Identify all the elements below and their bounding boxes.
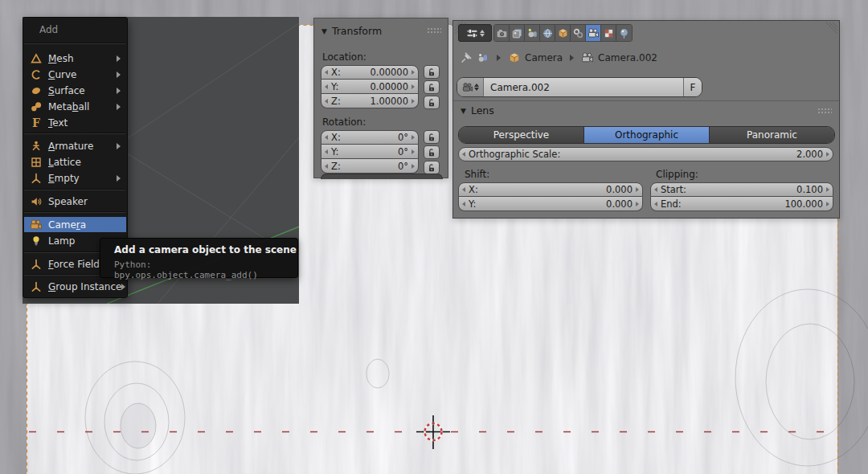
breadcrumb-arrow-icon: [570, 55, 574, 61]
datablock-name-row: Camera.002 F: [457, 77, 702, 97]
rotation-z-field[interactable]: Z: 0°: [321, 159, 419, 174]
menu-item-armature[interactable]: Armature: [24, 138, 126, 153]
lock-rotation-y-button[interactable]: [424, 145, 440, 159]
camera-data-icon[interactable]: [581, 51, 594, 64]
editor-type-selector[interactable]: [458, 24, 492, 42]
tab-object[interactable]: [555, 25, 571, 41]
lock-rotation-z-button[interactable]: [424, 161, 440, 174]
datablock-name-field[interactable]: Camera.002: [484, 78, 683, 96]
panel-drag-grip[interactable]: [427, 27, 441, 34]
increment-arrow-icon: [826, 187, 829, 192]
pin-icon[interactable]: [460, 51, 473, 64]
location-label: Location:: [322, 51, 366, 63]
location-y-field[interactable]: Y: 0.00000: [321, 80, 419, 94]
menu-item-label: Curve: [48, 69, 117, 80]
increment-arrow-icon: [411, 135, 415, 140]
increment-arrow-icon: [636, 202, 639, 206]
shift-x-field[interactable]: X: 0.000: [458, 182, 643, 197]
menu-item-mesh[interactable]: Mesh: [24, 51, 126, 66]
unlock-icon: [427, 67, 436, 77]
tab-render-layers[interactable]: [510, 25, 525, 41]
submenu-arrow-icon: [117, 88, 121, 94]
decrement-arrow-icon: [325, 135, 328, 140]
tab-world[interactable]: [540, 25, 555, 41]
perspective-button[interactable]: Perspective: [459, 127, 584, 143]
rotation-lock-column: [424, 130, 440, 176]
chevron-up-icon: [474, 84, 479, 87]
tab-physics[interactable]: [616, 25, 632, 41]
menu-item-lattice[interactable]: Lattice: [24, 154, 126, 170]
lock-rotation-x-button[interactable]: [424, 130, 440, 144]
menu-item-empty[interactable]: Empty: [24, 170, 126, 186]
clipping-label: Clipping:: [656, 169, 698, 180]
increment-arrow-icon: [411, 149, 415, 154]
decrement-arrow-icon: [325, 149, 328, 154]
lock-location-x-button[interactable]: [424, 65, 440, 79]
tab-camera-data[interactable]: [586, 25, 601, 41]
panoramic-button[interactable]: Panoramic: [710, 127, 834, 143]
properties-tabbar: [493, 24, 633, 42]
chevron-up-icon: [480, 30, 485, 33]
properties-editor: Camera Camera.002 Camera.002 F ▼ Lens Pe…: [452, 20, 840, 219]
menu-item-label: Group Instance: [48, 281, 121, 292]
menu-item-surface[interactable]: Surface: [24, 83, 126, 98]
tab-constraints[interactable]: [571, 25, 586, 41]
scene-icon: [526, 27, 538, 39]
world-icon: [542, 27, 554, 39]
object-data-icon[interactable]: [477, 51, 489, 64]
menu-item-curve[interactable]: Curve: [24, 67, 126, 82]
collapse-arrow-icon[interactable]: ▼: [461, 107, 466, 115]
menu-item-group-instance[interactable]: Group Instance: [24, 279, 126, 294]
ortho-scale-field[interactable]: Orthographic Scale: 2.000: [458, 147, 833, 161]
unlock-icon: [427, 98, 436, 108]
tab-texture[interactable]: [601, 25, 616, 41]
camera-data-icon: [588, 27, 600, 39]
decrement-arrow-icon: [325, 70, 328, 75]
constraints-icon: [572, 27, 584, 39]
breadcrumb-data-name[interactable]: Camera.002: [598, 52, 657, 63]
lock-location-y-button[interactable]: [424, 80, 440, 94]
breadcrumb: Camera Camera.002: [460, 50, 657, 66]
rotation-label: Rotation:: [322, 116, 366, 128]
tab-scene[interactable]: [525, 25, 540, 41]
datablock-type-button[interactable]: [457, 78, 484, 96]
speaker-icon: [30, 195, 43, 208]
rotation-x-field[interactable]: X: 0°: [321, 130, 419, 145]
location-x-field[interactable]: X: 0.00000: [321, 65, 419, 80]
chevron-down-icon: [480, 34, 485, 37]
lens-panel-title: Lens: [471, 104, 494, 116]
location-z-field[interactable]: Z: 1.00000: [321, 94, 419, 108]
mesh-icon: [30, 52, 43, 65]
menu-item-camera[interactable]: Camera: [24, 217, 126, 232]
lens-type-buttons: Perspective Orthographic Panoramic: [458, 126, 835, 144]
submenu-arrow-icon: [117, 72, 121, 78]
menu-item-speaker[interactable]: Speaker: [24, 194, 126, 209]
panel-drag-grip[interactable]: [817, 108, 832, 114]
menu-item-label: Metaball: [48, 101, 117, 112]
next-widget-partial: [321, 174, 443, 179]
curve-icon: [30, 68, 43, 81]
menu-separator: [24, 43, 125, 44]
rotation-y-field[interactable]: Y: 0°: [321, 145, 419, 159]
submenu-arrow-icon: [117, 104, 121, 110]
menu-item-text[interactable]: F Text: [24, 115, 126, 130]
transform-panel: ▼ Transform Location: X: 0.00000 Y: 0.00…: [313, 18, 448, 178]
collapse-arrow-icon[interactable]: ▼: [321, 27, 327, 35]
increment-arrow-icon: [411, 70, 415, 75]
object-cube-icon[interactable]: [508, 51, 521, 64]
rotation-fields-group: X: 0° Y: 0° Z: 0°: [321, 130, 419, 174]
location-lock-column: [424, 65, 440, 111]
lock-location-z-button[interactable]: [424, 96, 440, 109]
orthographic-button[interactable]: Orthographic: [584, 127, 710, 143]
fake-user-button[interactable]: F: [683, 78, 702, 96]
transform-panel-title: Transform: [332, 25, 382, 37]
clip-start-field[interactable]: Start: 0.100: [650, 182, 833, 197]
menu-item-metaball[interactable]: Metaball: [24, 99, 126, 114]
shift-y-field[interactable]: Y: 0.000: [458, 197, 643, 211]
corner-grip-icon[interactable]: [826, 22, 837, 34]
breadcrumb-object-name[interactable]: Camera: [525, 52, 563, 63]
clip-end-field[interactable]: End: 100.000: [650, 197, 833, 211]
text-icon: F: [30, 116, 43, 129]
tab-render[interactable]: [494, 25, 510, 41]
decrement-arrow-icon: [654, 202, 657, 206]
